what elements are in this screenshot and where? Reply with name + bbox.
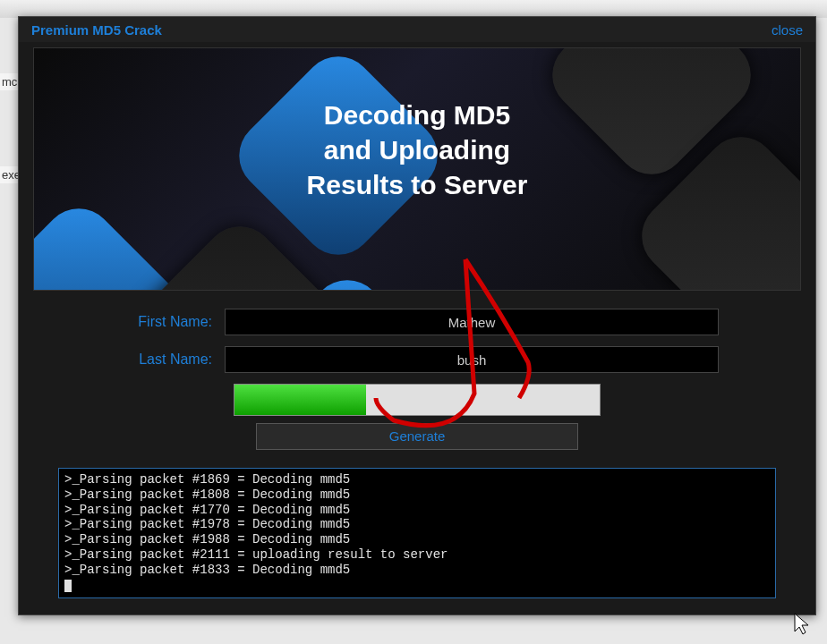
desktop-toolbar [0,0,827,18]
first-name-row: First Name: [72,309,762,335]
generate-button[interactable]: Generate [256,423,578,450]
last-name-input[interactable] [225,346,719,373]
console-line: >_Parsing packet #1770 = Decoding mmd5 [64,503,770,518]
console-line: >_Parsing packet #1869 = Decoding mmd5 [64,472,770,487]
console-line: >_Parsing packet #1978 = Decoding mmd5 [64,517,770,532]
hero-line-2: and Uploading [34,132,800,167]
first-name-label: First Name: [72,314,225,330]
hero-heading: Decoding MD5 and Uploading Results to Se… [34,97,800,202]
console-line: >_Parsing packet #1808 = Decoding mmd5 [64,487,770,503]
bg-text-1: mc [0,73,18,90]
cursor-icon [793,612,811,637]
last-name-row: Last Name: [72,346,762,373]
close-button[interactable]: close [772,22,803,38]
hero-banner: Decoding MD5 and Uploading Results to Se… [33,47,801,291]
titlebar: Premium MD5 Crack close [19,17,815,42]
first-name-input[interactable] [225,309,719,335]
progress-bar [234,384,601,416]
hero-line-3: Results to Server [34,167,800,202]
console-cursor [64,580,72,592]
form-area: First Name: Last Name: Generate [19,291,815,459]
progress-fill [234,385,366,415]
console-line: >_Parsing packet #2111 = uploading resul… [64,547,770,563]
console-line: >_Parsing packet #1988 = Decoding mmd5 [64,532,770,547]
window-title: Premium MD5 Crack [31,22,162,38]
decor-shape [33,194,192,291]
bg-text-2: exe [0,166,18,183]
console-line: >_Parsing packet #1833 = Decoding mmd5 [64,563,770,578]
last-name-label: Last Name: [72,352,225,368]
console-output: >_Parsing packet #1869 = Decoding mmd5>_… [58,468,776,598]
app-window: Premium MD5 Crack close Decoding MD5 and… [18,16,816,615]
hero-line-1: Decoding MD5 [34,97,800,132]
